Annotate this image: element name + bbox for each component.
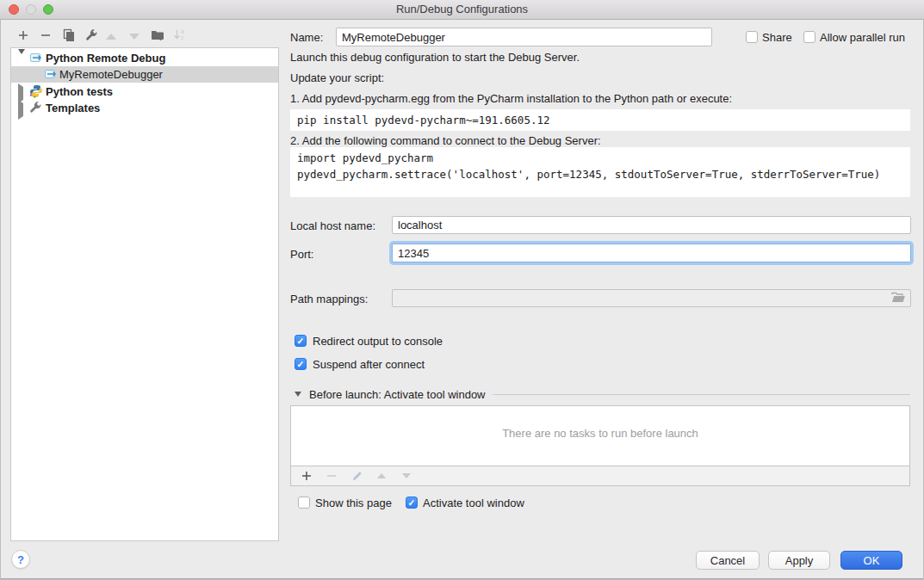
question-mark-icon: ? [17, 553, 24, 566]
help-button[interactable]: ? [11, 550, 30, 569]
minus-icon [40, 29, 52, 44]
zoom-button[interactable] [43, 4, 53, 15]
port-input[interactable] [392, 244, 911, 262]
redirect-output-label: Redirect output to console [313, 335, 443, 348]
step-1-text: 1. Add pydevd-pycharm.egg from the PyCha… [290, 92, 732, 105]
apply-button[interactable]: Apply [768, 551, 830, 570]
edit-task-button[interactable] [350, 470, 363, 482]
new-folder-button[interactable] [148, 28, 167, 45]
browse-path-mappings-button[interactable] [891, 292, 907, 305]
code-line-2: pydevd_pycharm.settrace('localhost', por… [297, 168, 880, 181]
check-icon: ✓ [297, 336, 305, 346]
activate-tool-window-checkbox[interactable]: ✓ [406, 497, 418, 509]
check-icon: ✓ [297, 360, 305, 369]
tree-item-python-remote-debug[interactable]: Python Remote Debug [11, 50, 278, 66]
description-line-2: Update your script: [290, 71, 384, 84]
allow-parallel-run-checkbox[interactable]: ✓ [803, 31, 815, 43]
move-task-down-button[interactable] [400, 470, 412, 482]
tree-item-label: Python tests [46, 85, 113, 98]
copy-icon [62, 28, 75, 44]
tree-item-label: MyRemoteDebugger [59, 68, 163, 81]
plus-icon [17, 29, 29, 44]
python-tests-icon [29, 84, 43, 98]
description-line-1: Launch this debug configuration to start… [290, 51, 580, 64]
tree-item-label: Python Remote Debug [46, 52, 165, 65]
collapse-arrow-icon[interactable] [18, 54, 27, 63]
move-down-button[interactable] [125, 28, 144, 45]
cancel-button[interactable]: Cancel [696, 551, 760, 570]
show-this-page-label: Show this page [315, 497, 392, 509]
collapse-arrow-icon[interactable] [295, 392, 301, 397]
close-button[interactable] [9, 4, 19, 15]
path-mappings-field [392, 289, 911, 307]
folder-open-icon [891, 293, 906, 306]
pip-install-code: pip install pydevd-pycharm~=191.6605.12 [290, 109, 910, 131]
title-bar: Run/Debug Configurations [0, 0, 924, 20]
expand-arrow-icon[interactable] [18, 87, 27, 96]
svg-text:z: z [181, 34, 183, 40]
before-launch-task-list[interactable]: There are no tasks to run before launch [290, 405, 910, 466]
port-label: Port: [290, 248, 313, 261]
remote-debug-icon [29, 51, 43, 65]
tree-item-python-tests[interactable]: Python tests [11, 83, 278, 100]
allow-parallel-run-label: Allow parallel run [820, 31, 905, 44]
sort-alphabetically-button[interactable]: az [170, 28, 189, 45]
wrench-icon [29, 101, 43, 114]
name-label: Name: [290, 31, 323, 44]
move-up-button[interactable] [102, 28, 121, 45]
settrace-code: import pydevd_pycharm pydevd_pycharm.set… [290, 147, 910, 197]
tree-item-label: Templates [46, 102, 100, 114]
before-launch-title: Before launch: Activate tool window [309, 388, 486, 401]
svg-text:a: a [181, 28, 184, 34]
remove-configuration-button[interactable] [36, 28, 55, 45]
remote-debug-icon [44, 67, 58, 81]
expand-arrow-icon[interactable] [18, 103, 27, 112]
no-tasks-placeholder: There are no tasks to run before launch [291, 427, 909, 440]
remove-task-button[interactable] [326, 470, 338, 482]
folder-plus-icon [151, 29, 164, 44]
minimize-button[interactable] [26, 4, 36, 15]
ok-button[interactable]: OK [840, 551, 902, 570]
before-launch-section-header: Before launch: Activate tool window [290, 387, 910, 401]
separator-line [493, 394, 910, 395]
code-line-1: import pydevd_pycharm [297, 151, 433, 164]
arrow-down-icon [129, 34, 140, 40]
step-2-text: 2. Add the following command to connect … [290, 134, 601, 147]
local-host-name-input[interactable] [392, 216, 911, 234]
share-checkbox[interactable]: ✓ [746, 31, 758, 43]
name-input[interactable] [336, 28, 712, 46]
add-task-button[interactable] [301, 470, 313, 482]
wrench-icon [85, 28, 98, 44]
sort-az-icon: az [173, 28, 186, 44]
arrow-up-icon [106, 34, 116, 40]
suspend-after-connect-label: Suspend after connect [313, 358, 425, 371]
tree-item-templates[interactable]: Templates [11, 100, 278, 116]
local-host-name-label: Local host name: [290, 219, 375, 232]
before-launch-toolbar [290, 466, 910, 486]
copy-configuration-button[interactable] [59, 28, 78, 45]
show-this-page-checkbox[interactable]: ✓ [298, 497, 310, 509]
add-configuration-button[interactable] [14, 28, 33, 45]
move-task-up-button[interactable] [375, 470, 388, 482]
path-mappings-label: Path mappings: [290, 293, 368, 305]
edit-templates-button[interactable] [82, 28, 101, 45]
redirect-output-checkbox[interactable]: ✓ [295, 335, 307, 347]
configurations-tree: Python Remote Debug MyRemoteDebugger Pyt… [10, 47, 279, 541]
share-label: Share [762, 31, 792, 44]
check-icon: ✓ [408, 498, 416, 508]
activate-tool-window-label: Activate tool window [423, 497, 524, 509]
window-title: Run/Debug Configurations [0, 0, 924, 18]
suspend-after-connect-checkbox[interactable]: ✓ [295, 358, 307, 370]
tree-item-myremotedebugger[interactable]: MyRemoteDebugger [11, 66, 278, 83]
